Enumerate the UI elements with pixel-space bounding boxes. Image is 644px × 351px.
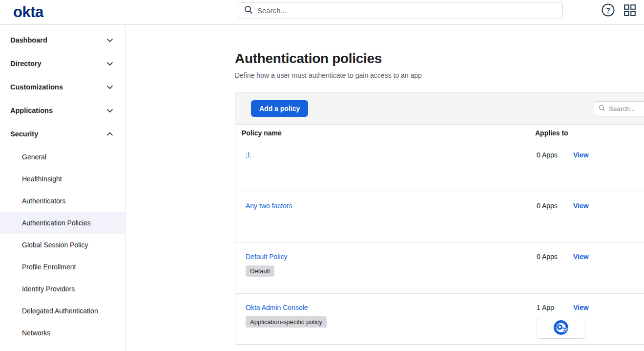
help-icon[interactable]: ? [602,3,615,19]
apps-count: 0 Apps [537,202,558,210]
sidebar-item-label: Security [10,130,38,138]
view-link[interactable]: View [573,202,589,210]
page-subtitle: Define how a user must authenticate to g… [235,71,644,79]
column-header-policy-name: Policy name [242,129,282,137]
chevron-down-icon [106,59,113,68]
apps-count: 0 Apps [537,151,558,159]
table-row: Any two factors 0 Apps View [235,192,644,243]
app-icon-card[interactable] [537,318,585,339]
table-header: Policy name Applies to [235,125,644,141]
view-link[interactable]: View [573,304,589,311]
sidebar-item-directory[interactable]: Directory [0,52,125,75]
sidebar-item-dashboard[interactable]: Dashboard [0,28,125,52]
apps-count: 1 App [537,304,554,311]
sidebar-item-security[interactable]: Security [0,122,125,146]
policy-name-link[interactable]: Default Policy [246,253,288,261]
table-row: Default Policy Default 0 Apps View [235,243,644,294]
sidebar-item-label: Customizations [10,83,63,91]
sidebar-item-authenticators[interactable]: Authenticators [0,190,125,212]
sidebar-item-identity-providers[interactable]: Identity Providers [0,278,125,300]
chevron-down-icon [106,83,113,91]
sidebar-item-global-session-policy[interactable]: Global Session Policy [0,234,125,256]
policies-panel: Add a policy Policy name Applies to ;l; … [235,92,644,345]
policy-name-link[interactable]: Okta Admin Console [246,304,308,311]
global-search[interactable] [238,2,563,19]
table-row: ;l; 0 Apps View [235,141,644,192]
sidebar-item-authentication-policies[interactable]: Authentication Policies [0,212,125,234]
view-link[interactable]: View [573,151,589,159]
sidebar-item-label: Applications [10,107,53,114]
policies-toolbar: Add a policy [235,92,644,125]
global-search-input[interactable] [257,2,562,19]
policy-name-link[interactable]: Any two factors [246,202,292,210]
chevron-down-icon [106,106,113,115]
table-row: Okta Admin Console Application-specific … [235,294,644,345]
main-content: Authentication policies Define how a use… [125,25,644,351]
sidebar-item-general[interactable]: General [0,146,125,168]
topbar: okta ? [0,0,644,25]
search-icon [599,105,605,113]
sidebar: Dashboard Directory Customizations Appli… [0,25,125,351]
security-submenu: General HealthInsight Authenticators Aut… [0,146,125,344]
policy-search[interactable] [594,101,644,116]
policy-badge: Application-specific policy [246,316,327,328]
sidebar-item-delegated-authentication[interactable]: Delegated Authentication [0,300,125,322]
okta-admin-key-icon [553,320,569,337]
okta-logo[interactable]: okta [13,3,43,21]
sidebar-item-customizations[interactable]: Customizations [0,75,125,99]
policy-badge: Default [246,265,274,277]
chevron-down-icon [106,36,113,44]
sidebar-item-label: Directory [10,60,42,67]
page-title: Authentication policies [235,51,644,66]
sidebar-item-healthinsight[interactable]: HealthInsight [0,168,125,190]
search-icon [244,5,253,16]
view-link[interactable]: View [573,253,589,261]
column-header-applies-to: Applies to [535,129,568,137]
apps-grid-icon[interactable] [624,4,636,18]
svg-text:?: ? [606,6,610,14]
policy-search-input[interactable] [609,102,644,116]
chevron-up-icon [106,130,113,138]
sidebar-item-networks[interactable]: Networks [0,322,125,344]
sidebar-item-label: Dashboard [10,36,47,44]
sidebar-item-applications[interactable]: Applications [0,99,125,122]
add-policy-button[interactable]: Add a policy [251,100,308,117]
sidebar-item-profile-enrollment[interactable]: Profile Enrollment [0,256,125,278]
policy-name-link[interactable]: ;l; [246,151,251,159]
apps-count: 0 Apps [537,253,558,261]
